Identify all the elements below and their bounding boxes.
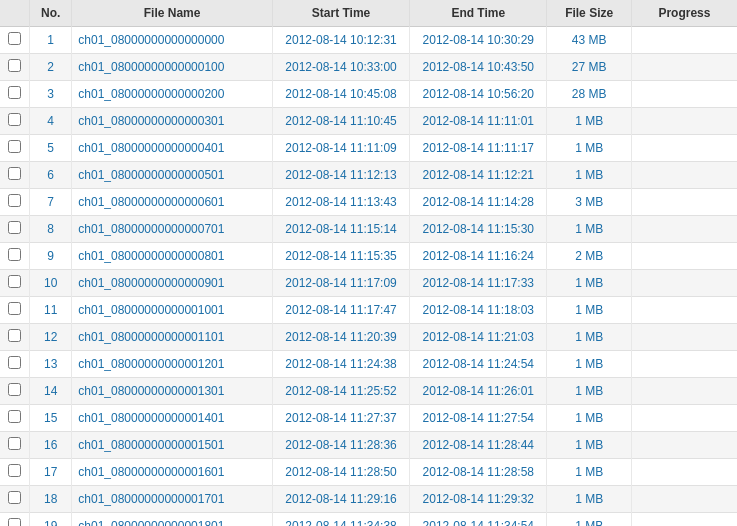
row-endtime: 2012-08-14 11:17:33 bbox=[410, 270, 547, 297]
row-no: 17 bbox=[30, 459, 72, 486]
row-filename: ch01_08000000000000801 bbox=[72, 243, 273, 270]
row-checkbox[interactable] bbox=[8, 59, 21, 72]
header-no: No. bbox=[30, 0, 72, 27]
row-no: 5 bbox=[30, 135, 72, 162]
table-row: 14ch01_080000000000013012012-08-14 11:25… bbox=[0, 378, 737, 405]
table-row: 2ch01_080000000000001002012-08-14 10:33:… bbox=[0, 54, 737, 81]
row-checkbox[interactable] bbox=[8, 329, 21, 342]
table-row: 12ch01_080000000000011012012-08-14 11:20… bbox=[0, 324, 737, 351]
row-checkbox[interactable] bbox=[8, 518, 21, 526]
table-row: 19ch01_080000000000018012012-08-14 11:34… bbox=[0, 513, 737, 527]
row-checkbox[interactable] bbox=[8, 167, 21, 180]
row-filesize: 2 MB bbox=[547, 243, 631, 270]
table-row: 13ch01_080000000000012012012-08-14 11:24… bbox=[0, 351, 737, 378]
row-filesize: 1 MB bbox=[547, 513, 631, 527]
row-starttime: 2012-08-14 11:13:43 bbox=[272, 189, 409, 216]
row-checkbox[interactable] bbox=[8, 32, 21, 45]
table-row: 17ch01_080000000000016012012-08-14 11:28… bbox=[0, 459, 737, 486]
row-starttime: 2012-08-14 11:24:38 bbox=[272, 351, 409, 378]
row-no: 10 bbox=[30, 270, 72, 297]
row-checkbox-cell bbox=[0, 432, 30, 459]
row-starttime: 2012-08-14 11:20:39 bbox=[272, 324, 409, 351]
row-checkbox-cell bbox=[0, 216, 30, 243]
row-filename: ch01_08000000000000501 bbox=[72, 162, 273, 189]
row-filename: ch01_08000000000001101 bbox=[72, 324, 273, 351]
row-no: 2 bbox=[30, 54, 72, 81]
row-checkbox[interactable] bbox=[8, 383, 21, 396]
row-progress bbox=[631, 405, 737, 432]
row-endtime: 2012-08-14 11:16:24 bbox=[410, 243, 547, 270]
row-endtime: 2012-08-14 10:30:29 bbox=[410, 27, 547, 54]
row-no: 15 bbox=[30, 405, 72, 432]
header-filesize: File Size bbox=[547, 0, 631, 27]
row-progress bbox=[631, 459, 737, 486]
row-progress bbox=[631, 27, 737, 54]
table-row: 3ch01_080000000000002002012-08-14 10:45:… bbox=[0, 81, 737, 108]
row-progress bbox=[631, 243, 737, 270]
row-checkbox[interactable] bbox=[8, 302, 21, 315]
row-checkbox[interactable] bbox=[8, 113, 21, 126]
row-filename: ch01_08000000000000200 bbox=[72, 81, 273, 108]
row-endtime: 2012-08-14 10:56:20 bbox=[410, 81, 547, 108]
file-table: No. File Name Start Time End Time File S… bbox=[0, 0, 737, 526]
row-progress bbox=[631, 270, 737, 297]
row-filesize: 1 MB bbox=[547, 432, 631, 459]
row-starttime: 2012-08-14 11:10:45 bbox=[272, 108, 409, 135]
row-checkbox[interactable] bbox=[8, 140, 21, 153]
row-filename: ch01_08000000000001301 bbox=[72, 378, 273, 405]
row-endtime: 2012-08-14 11:15:30 bbox=[410, 216, 547, 243]
table-row: 16ch01_080000000000015012012-08-14 11:28… bbox=[0, 432, 737, 459]
row-checkbox-cell bbox=[0, 162, 30, 189]
row-no: 16 bbox=[30, 432, 72, 459]
row-checkbox[interactable] bbox=[8, 410, 21, 423]
row-checkbox[interactable] bbox=[8, 275, 21, 288]
table-row: 15ch01_080000000000014012012-08-14 11:27… bbox=[0, 405, 737, 432]
row-filesize: 1 MB bbox=[547, 135, 631, 162]
row-starttime: 2012-08-14 11:28:36 bbox=[272, 432, 409, 459]
row-starttime: 2012-08-14 11:17:09 bbox=[272, 270, 409, 297]
row-endtime: 2012-08-14 10:43:50 bbox=[410, 54, 547, 81]
row-no: 6 bbox=[30, 162, 72, 189]
row-filesize: 1 MB bbox=[547, 108, 631, 135]
table-row: 10ch01_080000000000009012012-08-14 11:17… bbox=[0, 270, 737, 297]
row-filesize: 1 MB bbox=[547, 486, 631, 513]
row-endtime: 2012-08-14 11:12:21 bbox=[410, 162, 547, 189]
row-endtime: 2012-08-14 11:18:03 bbox=[410, 297, 547, 324]
row-filename: ch01_08000000000000901 bbox=[72, 270, 273, 297]
row-starttime: 2012-08-14 11:34:38 bbox=[272, 513, 409, 527]
row-no: 13 bbox=[30, 351, 72, 378]
row-endtime: 2012-08-14 11:11:17 bbox=[410, 135, 547, 162]
row-progress bbox=[631, 486, 737, 513]
row-filename: ch01_08000000000001201 bbox=[72, 351, 273, 378]
row-filesize: 1 MB bbox=[547, 351, 631, 378]
row-checkbox-cell bbox=[0, 189, 30, 216]
row-filename: ch01_08000000000000100 bbox=[72, 54, 273, 81]
row-checkbox[interactable] bbox=[8, 194, 21, 207]
table-row: 6ch01_080000000000005012012-08-14 11:12:… bbox=[0, 162, 737, 189]
row-progress bbox=[631, 216, 737, 243]
row-no: 8 bbox=[30, 216, 72, 243]
row-no: 3 bbox=[30, 81, 72, 108]
row-progress bbox=[631, 378, 737, 405]
row-no: 9 bbox=[30, 243, 72, 270]
row-checkbox[interactable] bbox=[8, 464, 21, 477]
row-checkbox-cell bbox=[0, 378, 30, 405]
row-filename: ch01_08000000000001401 bbox=[72, 405, 273, 432]
row-checkbox-cell bbox=[0, 405, 30, 432]
row-checkbox-cell bbox=[0, 459, 30, 486]
row-starttime: 2012-08-14 11:29:16 bbox=[272, 486, 409, 513]
row-checkbox[interactable] bbox=[8, 221, 21, 234]
row-checkbox[interactable] bbox=[8, 248, 21, 261]
row-filesize: 1 MB bbox=[547, 459, 631, 486]
row-filesize: 1 MB bbox=[547, 297, 631, 324]
table-row: 7ch01_080000000000006012012-08-14 11:13:… bbox=[0, 189, 737, 216]
row-filename: ch01_08000000000000401 bbox=[72, 135, 273, 162]
row-checkbox[interactable] bbox=[8, 437, 21, 450]
row-starttime: 2012-08-14 11:27:37 bbox=[272, 405, 409, 432]
row-checkbox[interactable] bbox=[8, 491, 21, 504]
table-row: 9ch01_080000000000008012012-08-14 11:15:… bbox=[0, 243, 737, 270]
row-checkbox[interactable] bbox=[8, 356, 21, 369]
header-endtime: End Time bbox=[410, 0, 547, 27]
row-checkbox[interactable] bbox=[8, 86, 21, 99]
row-filename: ch01_08000000000001601 bbox=[72, 459, 273, 486]
